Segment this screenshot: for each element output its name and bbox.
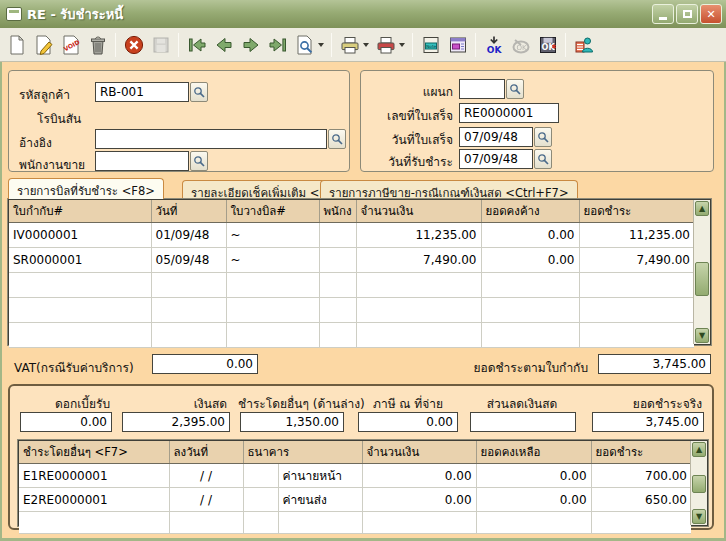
reference-search-button[interactable]	[328, 129, 346, 149]
col-entry-date: ลงวันที่	[169, 441, 243, 464]
col-amount: จำนวนเงิน	[356, 200, 481, 223]
post-approve-button[interactable]: OK	[480, 31, 507, 59]
customer-code-search-button[interactable]	[190, 82, 208, 102]
receipt-date-picker-button[interactable]	[534, 127, 552, 147]
department-search-button[interactable]	[506, 79, 524, 99]
new-document-button[interactable]	[3, 31, 30, 59]
print-preview-dropdown-caret[interactable]	[363, 43, 369, 47]
previous-record-icon	[213, 34, 235, 56]
col-balance: ยอดคงเหลือ	[476, 441, 591, 464]
other-payment-label: ชำระโดยอื่นๆ (ด้านล่าง)	[238, 394, 350, 413]
close-button[interactable]: ✕	[700, 4, 722, 24]
search-icon	[509, 83, 521, 95]
last-record-button[interactable]	[264, 31, 291, 59]
withholding-tax-field[interactable]: 0.00	[358, 412, 458, 432]
reference-field[interactable]	[95, 129, 327, 149]
delete-button[interactable]	[84, 31, 111, 59]
scroll-up-button[interactable]: ▲	[692, 442, 706, 457]
print-preview-button[interactable]	[336, 31, 363, 59]
window-border-left	[0, 62, 2, 541]
trash-icon	[87, 34, 109, 56]
scroll-thumb[interactable]	[692, 475, 706, 493]
find-dropdown-caret[interactable]	[318, 43, 324, 47]
maximize-button[interactable]	[676, 4, 698, 24]
col-date: วันที่	[151, 200, 226, 223]
note-button[interactable]: Note	[417, 31, 444, 59]
withholding-tax-label: ภาษี ณ ที่จ่าย	[358, 394, 458, 413]
invoice-total-label: ยอดชำระตามใบกำกับ	[448, 358, 588, 377]
other-payment-row[interactable]: E2RE0000001 / / ค่าขนส่ง 0.00 0.00 650.0…	[19, 488, 691, 512]
department-label: แผนก	[361, 82, 453, 101]
other-payment-field[interactable]: 1,350.00	[240, 412, 344, 432]
unpost-button[interactable]: OK	[507, 31, 534, 59]
other-payment-row-empty	[19, 512, 691, 534]
cash-field[interactable]: 2,395.00	[122, 412, 230, 432]
receipt-date-field[interactable]: 07/09/48	[459, 127, 533, 147]
col-outstanding: ยอดคงค้าง	[481, 200, 579, 223]
cash-discount-field[interactable]	[470, 412, 576, 432]
next-record-button[interactable]	[237, 31, 264, 59]
toolbar-separator	[331, 33, 332, 57]
payment-date-picker-button[interactable]	[534, 149, 552, 169]
print-preview-icon	[339, 34, 361, 56]
print-button[interactable]	[372, 31, 399, 59]
interest-field[interactable]: 0.00	[20, 412, 112, 432]
scroll-thumb[interactable]	[695, 262, 709, 296]
search-icon	[537, 153, 549, 165]
first-record-button[interactable]	[183, 31, 210, 59]
col-other-payment: ชำระโดยอื่นๆ <F7>	[19, 441, 169, 464]
salesperson-field[interactable]	[95, 151, 189, 171]
scroll-down-button[interactable]: ▼	[695, 328, 709, 343]
col-billing-note: ใบวางบิล#	[226, 200, 319, 223]
col-paid: ยอดชำระ	[579, 200, 694, 223]
void-document-button[interactable]: VOID	[57, 31, 84, 59]
vat-field[interactable]: 0.00	[152, 354, 258, 374]
cancel-button[interactable]	[120, 31, 147, 59]
payment-date-field[interactable]: 07/09/48	[459, 149, 533, 169]
department-field[interactable]	[459, 79, 505, 99]
search-icon	[193, 155, 205, 167]
customer-name-text: โรบินสัน	[37, 109, 81, 128]
scroll-up-button[interactable]: ▲	[695, 201, 709, 216]
bill-row-empty	[9, 273, 694, 298]
bill-table-header-row: ใบกำกับ# วันที่ ใบวางบิล# พนักง จำนวนเงิ…	[9, 200, 694, 223]
find-button[interactable]	[291, 31, 318, 59]
new-document-icon	[6, 34, 28, 56]
print-dropdown-caret[interactable]	[399, 43, 405, 47]
other-payment-row[interactable]: E1RE0000001 / / ค่านายหน้า 0.00 0.00 700…	[19, 464, 691, 488]
save-button[interactable]	[147, 31, 174, 59]
save-approve-button[interactable]: OK	[534, 31, 561, 59]
other-payment-scrollbar[interactable]: ▲ ▼	[690, 441, 707, 525]
receipt-no-field[interactable]: RE0000001	[459, 103, 559, 123]
receipt-no-label: เลขที่ใบเสร็จ	[361, 106, 453, 125]
title-bar: RE - รับชำระหนี้ ✕	[0, 0, 726, 28]
bill-table-scrollbar[interactable]: ▲ ▼	[693, 200, 710, 344]
payment-panel: ดอกเบี้ยรับ 0.00 เงินสด 2,395.00 ชำระโดย…	[8, 384, 714, 530]
search-icon	[331, 133, 343, 145]
find-icon	[294, 34, 316, 56]
tab-bills-received[interactable]: รายการบิลที่รับชำระ <F8>	[8, 178, 164, 199]
other-payment-header-row: ชำระโดยอื่นๆ <F7> ลงวันที่ ธนาคาร จำนวนเ…	[19, 441, 691, 464]
previous-record-button[interactable]	[210, 31, 237, 59]
receipt-panel: แผนก เลขที่ใบเสร็จ RE0000001 วันที่ใบเสร…	[360, 70, 714, 172]
customer-code-field[interactable]: RB-001	[95, 82, 189, 102]
save-icon	[150, 34, 172, 56]
bill-row[interactable]: SR0000001 05/09/48 ~ 7,490.00 0.00 7,490…	[9, 248, 694, 273]
col-paid: ยอดชำระ	[591, 441, 691, 464]
search-icon	[193, 86, 205, 98]
bill-row-empty	[9, 323, 694, 348]
minimize-button[interactable]	[652, 4, 674, 24]
scroll-down-button[interactable]: ▼	[692, 509, 706, 524]
salesperson-search-button[interactable]	[190, 151, 208, 171]
print-icon	[375, 34, 397, 56]
toolbar: VOID	[0, 28, 726, 62]
revaluation-button[interactable]	[444, 31, 471, 59]
tab-sales-tax-cash-basis[interactable]: รายการภาษีขาย-กรณีเกณฑ์เงินสด <Ctrl+F7>	[320, 180, 578, 199]
bill-row[interactable]: IV0000001 01/09/48 ~ 11,235.00 0.00 11,2…	[9, 223, 694, 248]
user-settings-icon	[573, 34, 595, 56]
edit-document-button[interactable]	[30, 31, 57, 59]
user-settings-button[interactable]	[570, 31, 597, 59]
invoice-total-field[interactable]: 3,745.00	[598, 354, 711, 374]
first-record-icon	[186, 34, 208, 56]
actual-paid-field[interactable]: 3,745.00	[592, 412, 704, 432]
